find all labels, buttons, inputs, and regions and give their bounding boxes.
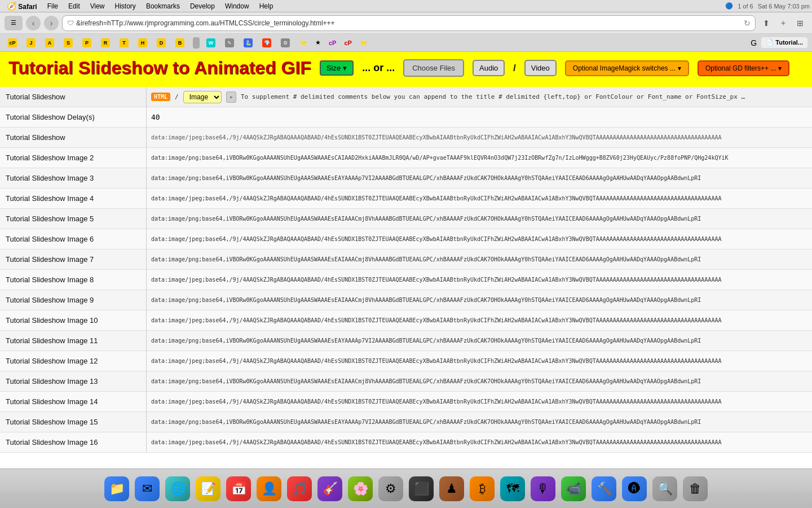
row-label-img4: Tutorial Slideshow Image 4 (0, 189, 147, 208)
bookmark-star1[interactable]: ⭐ (296, 37, 311, 48)
dock-item-spotlight[interactable]: 🔍 (651, 475, 679, 503)
bookmark-ruby[interactable]: 💎 (259, 37, 276, 49)
video-label: Video (531, 64, 550, 72)
bookmark-star3[interactable]: ⭐ (356, 37, 371, 48)
optional-gd-button[interactable]: Optional GD filters++ ... ▾ (698, 60, 789, 76)
url-input[interactable] (76, 19, 744, 27)
dock-item-xcode[interactable]: 🔨 (590, 475, 618, 503)
bookmark-9[interactable]: D (153, 37, 171, 49)
table-row: Tutorial Slideshow Image 9 data:image/pn… (0, 290, 812, 310)
row-label-img7: Tutorial Slideshow Image 7 (0, 249, 147, 269)
toolbar-actions: ⬆ ＋ ⊞ (759, 16, 807, 30)
dock-item-terminal[interactable]: ⬛ (407, 475, 435, 503)
slash-separator: / (513, 63, 515, 73)
choose-files-button[interactable]: Choose Files (403, 59, 464, 77)
menu-file[interactable]: File (43, 1, 63, 11)
row-value-img5: data:image/png;base64,iVBORw0KGgoAAAANSU… (147, 209, 812, 229)
contacts-icon: 👤 (257, 476, 281, 501)
row-label-img10: Tutorial Slideshow Image 10 (0, 310, 147, 330)
dock-item-podcast[interactable]: 🎙 (529, 475, 557, 503)
table-row: Tutorial Slideshow Image 12 data:image/j… (0, 351, 812, 371)
dock-item-mail[interactable]: ✉ (133, 475, 161, 503)
menu-safari[interactable]: 🧭 Safari (2, 1, 42, 12)
tab-count: 1 of 6 (738, 3, 753, 10)
dock-item-maps[interactable]: 🗺 (498, 475, 527, 503)
row-label-img1: Tutorial Slideshow (0, 128, 147, 147)
back-button[interactable]: ‹ (26, 16, 41, 30)
dock-item-itunes[interactable]: 🎸 (316, 475, 344, 503)
bookmark-8[interactable]: H (135, 37, 152, 49)
bookmark-5[interactable]: P (79, 37, 96, 49)
bookmark-tutorial[interactable]: 📄 Tutorial... (761, 37, 807, 48)
shield-icon: 🛡 (67, 19, 74, 27)
dock-item-photos[interactable]: 🌸 (346, 475, 374, 503)
html-badge: HTML (151, 93, 170, 101)
delay-input[interactable] (151, 113, 807, 121)
bookmark-python[interactable]: 🐍 (240, 37, 258, 49)
table-row: Tutorial Slideshow data:image/jpeg;base6… (0, 128, 812, 148)
bookmark-4[interactable]: S (60, 37, 78, 49)
appstore-icon: 🅐 (622, 476, 647, 501)
bookmark-star2[interactable]: ★ (312, 37, 324, 48)
bookmark-cp2[interactable]: cP (325, 38, 339, 48)
delay-value[interactable] (147, 107, 812, 127)
bookmark-wp[interactable]: W (203, 37, 220, 49)
image-select[interactable]: Image (183, 91, 222, 103)
grid-button[interactable]: ⊞ (793, 16, 807, 30)
dock-item-settings[interactable]: ⚙ (377, 475, 405, 503)
bookmark-10[interactable]: B (172, 37, 189, 49)
dock-item-safari[interactable]: 🌐 (164, 475, 192, 503)
dock-item-appstore[interactable]: 🅐 (620, 475, 648, 503)
menu-view[interactable]: View (86, 1, 109, 11)
dock: 📁 ✉ 🌐 📝 📅 👤 🎵 🎸 🌸 ⚙ ⬛ ♟ ₿ 🗺 🎙 📹 (0, 468, 812, 508)
dock-item-trash[interactable]: 🗑 (681, 475, 709, 503)
facetime-icon: 📹 (561, 476, 586, 501)
audio-button[interactable]: Audio (473, 60, 505, 76)
sidebar-toggle[interactable]: ☰ (5, 16, 23, 30)
bookmark-edit[interactable]: ✎ (222, 37, 239, 49)
bookmark-icon-gear: ⚙ (281, 38, 290, 47)
dock-item-bitcoin[interactable]: ₿ (468, 475, 496, 503)
row-label-img13: Tutorial Slideshow Image 13 (0, 371, 147, 391)
dock-item-finder[interactable]: 📁 (103, 475, 131, 503)
menu-bookmarks[interactable]: Bookmarks (142, 1, 184, 11)
menu-history[interactable]: History (111, 1, 140, 11)
dock-item-notes[interactable]: 📝 (194, 475, 222, 503)
menu-develop[interactable]: Develop (186, 1, 219, 11)
dock-item-calendar[interactable]: 📅 (224, 475, 253, 503)
row-value-img16: data:image/jpeg;base64,/9j/4AAQSkZJRgABA… (147, 432, 812, 452)
bookmark-6[interactable]: R (98, 37, 115, 49)
size-button[interactable]: Size ▾ (320, 60, 354, 76)
new-tab-button[interactable]: ＋ (776, 16, 791, 30)
bookmark-2[interactable]: J (23, 37, 41, 49)
optional-im-button[interactable]: Optional ImageMagick switches ... ▾ (565, 60, 689, 76)
size-dropdown-icon: ▾ (343, 64, 347, 72)
forward-button[interactable]: › (44, 16, 59, 30)
menu-edit[interactable]: Edit (64, 1, 85, 11)
bookmark-icon-8: H (138, 38, 147, 47)
bookmark-gear[interactable]: ⚙ (277, 37, 295, 49)
bookmark-3[interactable]: A (42, 37, 59, 49)
gray-toggle-btn[interactable]: ▫ (226, 91, 236, 103)
title-row-content: HTML / Image ▫ To supplement # delimited… (147, 87, 812, 107)
reload-icon[interactable]: ↻ (744, 19, 751, 28)
page-content: Tutorial Slideshow to Animated GIF Size … (0, 52, 812, 491)
menu-window[interactable]: Window (220, 1, 254, 11)
bookmark-icon-python: 🐍 (244, 38, 253, 47)
menu-help[interactable]: Help (255, 1, 278, 11)
optional-im-dropdown-icon: ▾ (678, 64, 681, 72)
dock-item-chess[interactable]: ♟ (438, 475, 466, 503)
bookmark-7[interactable]: T (116, 37, 134, 49)
bookmark-icon-9: D (157, 38, 166, 47)
bookmark-google[interactable]: G (747, 37, 760, 49)
bookmark-cp1[interactable]: cP (5, 37, 22, 49)
share-button[interactable]: ⬆ (759, 16, 774, 30)
table-row: Tutorial Slideshow Image 3 data:image/pn… (0, 168, 812, 189)
dock-item-contacts[interactable]: 👤 (255, 475, 283, 503)
bookmark-cp3[interactable]: cP (341, 38, 355, 48)
system-info: 🔵 1 of 6 Sat 6 May 7:03 pm (725, 2, 810, 10)
optional-gd-label: Optional GD filters++ ... (705, 64, 776, 72)
dock-item-facetime[interactable]: 📹 (559, 475, 588, 503)
video-button[interactable]: Video (524, 60, 557, 76)
dock-item-music[interactable]: 🎵 (285, 475, 314, 503)
